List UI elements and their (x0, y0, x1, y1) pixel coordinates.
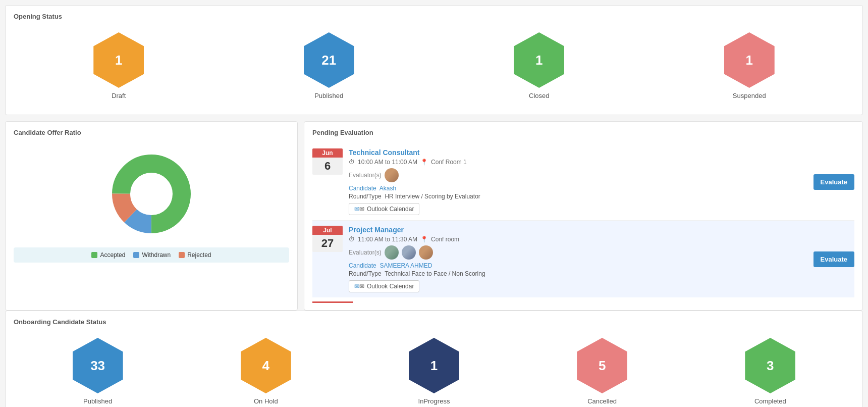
opening-status-hex-row: 1 Draft 21 Published 1 Closed 1 Suspende… (14, 27, 854, 108)
hex-label: Completed (754, 397, 786, 405)
cal-day: 27 (312, 235, 343, 252)
hex-shape: 1 (93, 32, 144, 88)
candidate-name: SAMEERA AHMED (379, 262, 432, 269)
eval-job-title: Technical Consultant (349, 148, 807, 157)
cal-month: Jun (312, 148, 343, 158)
cal-month: Jul (312, 226, 343, 235)
eval-round-row: Round/Type HR Interview / Scoring by Eva… (349, 193, 807, 200)
eval-evaluators-row: Evaluator(s) (349, 245, 807, 260)
hex-label: Draft (112, 92, 126, 99)
onboarding-status-title: Onboarding Candidate Status (14, 318, 854, 326)
eval-details: Technical Consultant ⏱ 10:00 AM to 11:00… (349, 148, 807, 215)
onboarding-hex-row: 33 Published 4 On Hold 1 InProgress 5 Ca… (14, 333, 854, 407)
eval-candidate-row: Candidate SAMEERA AHMED (349, 262, 807, 269)
legend-accepted: Accepted (91, 251, 125, 259)
eval-time-location: ⏱ 10:00 AM to 11:00 AM 📍 Conf Room 1 (349, 159, 807, 166)
eval-item-1: Jul 27 Project Manager ⏱ 11:00 AM to 11:… (312, 221, 854, 297)
eval-time: 10:00 AM to 11:00 AM (358, 159, 417, 166)
candidate-offer-title: Candidate Offer Ratio (14, 129, 289, 136)
calendar-block: Jul 27 (312, 226, 343, 292)
candidate-label: Candidate (349, 262, 378, 269)
eval-round-row: Round/Type Technical Face to Face / Non … (349, 270, 807, 277)
outlook-label: Outlook Calendar (367, 283, 414, 290)
onboarding-status-section: Onboarding Candidate Status 33 Published… (5, 311, 863, 407)
opening-status-item[interactable]: 1 Closed (514, 32, 564, 99)
hex-shape: 1 (724, 32, 775, 88)
legend-accepted-label: Accepted (100, 251, 125, 259)
onboarding-status-item[interactable]: 1 InProgress (409, 338, 459, 405)
eval-time-location: ⏱ 11:00 AM to 11:30 AM 📍 Conf room (349, 236, 807, 243)
donut-chart-area: Accepted Withdrawn Rejected (14, 143, 289, 268)
candidate-label: Candidate (349, 185, 378, 192)
eval-item-0: Jun 6 Technical Consultant ⏱ 10:00 AM to… (312, 143, 854, 221)
legend-rejected-label: Rejected (187, 251, 211, 259)
legend-rejected-dot (179, 252, 185, 258)
opening-status-section: Opening Status 1 Draft 21 Published 1 Cl… (5, 5, 863, 115)
calendar-block: Jun 6 (312, 148, 343, 215)
eval-candidate-row: Candidate Akash (349, 185, 807, 192)
evaluator-avatar (402, 245, 416, 260)
hex-shape: 3 (745, 338, 795, 393)
onboarding-status-item[interactable]: 4 On Hold (241, 338, 291, 405)
pending-evaluation-panel: Pending Evaluation Jun 6 Technical Consu… (304, 121, 863, 311)
candidate-offer-ratio-panel: Candidate Offer Ratio (5, 121, 298, 311)
email-icon: ✉ (354, 283, 364, 290)
outlook-label: Outlook Calendar (367, 206, 414, 213)
eval-job-title: Project Manager (349, 226, 807, 234)
legend-accepted-dot (91, 252, 97, 258)
round-value: Technical Face to Face / Non Scoring (385, 270, 485, 277)
evaluators-label: Evaluator(s) (349, 249, 382, 256)
legend-withdrawn-dot (133, 252, 139, 258)
eval-details: Project Manager ⏱ 11:00 AM to 11:30 AM 📍… (349, 226, 807, 292)
eval-evaluators-row: Evaluator(s) (349, 168, 807, 182)
evaluators-label: Evaluator(s) (349, 172, 382, 179)
hex-label: Published (83, 397, 112, 405)
onboarding-status-item[interactable]: 5 Cancelled (577, 338, 627, 405)
opening-status-item[interactable]: 1 Suspended (724, 32, 775, 99)
legend-withdrawn: Withdrawn (133, 251, 171, 259)
legend-withdrawn-label: Withdrawn (142, 251, 171, 259)
email-icon: ✉ (354, 206, 364, 213)
donut-svg (106, 148, 197, 239)
candidate-name: Akash (379, 185, 396, 192)
opening-status-item[interactable]: 21 Published (304, 32, 354, 99)
eval-location: Conf Room 1 (431, 159, 467, 166)
location-icon: 📍 (420, 236, 428, 243)
opening-status-title: Opening Status (14, 13, 854, 20)
outlook-calendar-button[interactable]: ✉ Outlook Calendar (349, 203, 419, 215)
hex-label: Suspended (733, 92, 766, 99)
round-label: Round/Type (349, 270, 383, 277)
donut-chart (106, 148, 197, 239)
eval-location: Conf room (431, 236, 459, 243)
legend-rejected: Rejected (179, 251, 211, 259)
evaluator-avatar (385, 245, 399, 260)
eval-time: 11:00 AM to 11:30 AM (358, 236, 417, 243)
chart-legend: Accepted Withdrawn Rejected (14, 247, 289, 263)
svg-point-3 (133, 176, 170, 212)
onboarding-status-item[interactable]: 33 Published (73, 338, 123, 405)
hex-shape: 33 (73, 338, 123, 393)
pending-evaluation-title: Pending Evaluation (312, 129, 854, 136)
opening-status-item[interactable]: 1 Draft (93, 32, 144, 99)
hex-label: Closed (529, 92, 549, 99)
evaluator-avatar (385, 168, 399, 182)
hex-shape: 4 (241, 338, 291, 393)
hex-shape: 1 (514, 32, 564, 88)
hex-shape: 5 (577, 338, 627, 393)
outlook-calendar-button[interactable]: ✉ Outlook Calendar (349, 280, 419, 292)
hex-label: Cancelled (587, 397, 617, 405)
hex-shape: 21 (304, 32, 354, 88)
round-value: HR Interview / Scoring by Evaluator (385, 193, 480, 200)
evaluator-avatar (419, 245, 433, 260)
clock-icon: ⏱ (349, 159, 355, 166)
evaluate-button[interactable]: Evaluate (813, 251, 854, 267)
clock-icon: ⏱ (349, 236, 355, 243)
hex-label: Published (314, 92, 343, 99)
onboarding-status-item[interactable]: 3 Completed (745, 338, 795, 405)
location-icon: 📍 (420, 159, 428, 166)
hex-label: InProgress (418, 397, 450, 405)
round-label: Round/Type (349, 193, 383, 200)
evaluate-button[interactable]: Evaluate (813, 174, 854, 190)
hex-shape: 1 (409, 338, 459, 393)
pending-evaluation-list: Jun 6 Technical Consultant ⏱ 10:00 AM to… (312, 143, 854, 297)
